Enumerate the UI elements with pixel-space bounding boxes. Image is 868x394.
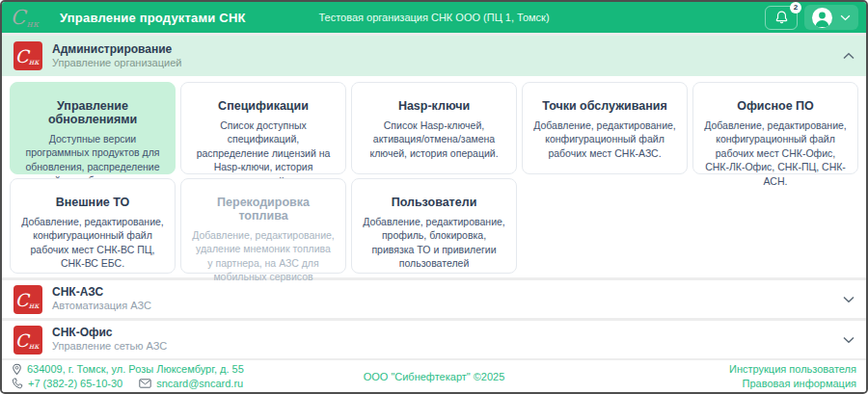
organization-name: Тестовая организация СНК ООО (ПЦ 1, Томс… [318, 12, 549, 23]
section-snk-office[interactable]: С нк СНК-Офис Управление сетью АЗС [2, 321, 866, 358]
footer-address: 634009, г. Томск, ул. Розы Люксембург, д… [27, 362, 244, 376]
footer-links: Инструкция пользователя Правовая информа… [729, 362, 856, 390]
admin-modules-grid: Управление обновлениями Доступные версии… [2, 76, 866, 277]
user-manual-link[interactable]: Инструкция пользователя [729, 362, 856, 376]
user-menu-button[interactable] [804, 5, 858, 30]
snk-red-logo-icon: С нк [14, 285, 42, 314]
svg-text:нк: нк [27, 18, 40, 29]
card-title: Точки обслуживания [533, 99, 676, 113]
svg-text:С: С [11, 6, 28, 29]
avatar [812, 8, 832, 28]
footer-email[interactable]: sncard@sncard.ru [156, 377, 243, 390]
card-title: Управление обновлениями [21, 99, 164, 126]
user-icon [812, 8, 832, 28]
card-hasp-keys[interactable]: Hasp-ключи Список Hasp-ключей, активация… [351, 82, 517, 174]
card-description: Добавление, редактирование, удаление мне… [192, 228, 335, 284]
footer-contacts: 634009, г. Томск, ул. Розы Люксембург, д… [12, 362, 244, 390]
section-azs-subtitle: Автоматизация АЗС [52, 300, 151, 313]
footer-email-wrap: sncard@sncard.ru [139, 377, 243, 390]
phone-icon [12, 378, 23, 389]
footer-copyright: ООО "Сибнефтекарт" ©2025 [364, 371, 505, 382]
snk-logo-icon: С нк [10, 4, 52, 31]
card-description: Добавление, редактирование, конфигурацио… [533, 118, 676, 160]
section-office-titles: СНК-Офис Управление сетью АЗС [52, 326, 167, 354]
footer: 634009, г. Томск, ул. Розы Люксембург, д… [2, 360, 866, 392]
section-snk-azs[interactable]: С нк СНК-АЗС Автоматизация АЗС [2, 280, 866, 318]
section-azs-titles: СНК-АЗС Автоматизация АЗС [52, 285, 151, 313]
card-title: Внешние ТО [21, 196, 164, 209]
section-office-title: СНК-Офис [52, 326, 167, 340]
footer-phone-email-line: +7 (382-2) 65-10-30 sncard@sncard.ru [12, 377, 244, 390]
footer-phone[interactable]: +7 (382-2) 65-10-30 [28, 377, 122, 390]
footer-address-line: 634009, г. Томск, ул. Розы Люксембург, д… [12, 362, 244, 376]
card-title: Hasp-ключи [363, 99, 505, 113]
card-external-to[interactable]: Внешние ТО Добавление, редактирование, к… [10, 178, 176, 274]
card-description: Добавление, редактирование, профиль, бло… [363, 215, 505, 271]
section-azs-title: СНК-АЗС [52, 285, 151, 300]
card-description: Список Hasp-ключей, активация/отмена/зам… [363, 118, 505, 160]
header-actions: 2 [765, 5, 858, 30]
card-title: Пользователи [363, 196, 505, 209]
notifications-button[interactable]: 2 [765, 6, 798, 30]
app-window: С нк Управление продуктами СНК Тестовая … [0, 0, 868, 394]
card-users[interactable]: Пользователи Добавление, редактирование,… [351, 178, 517, 274]
snk-red-logo-icon: С нк [14, 41, 42, 70]
section-administration[interactable]: С нк Администрирование Управление органи… [2, 36, 866, 76]
card-description: Добавление, редактирование, конфигурацио… [704, 118, 847, 188]
card-title: Спецификации [192, 99, 335, 113]
section-office-subtitle: Управление сетью АЗС [52, 340, 167, 354]
chevron-down-icon [840, 14, 851, 21]
section-admin-titles: Администрирование Управление организацие… [52, 42, 181, 70]
bell-icon [774, 10, 789, 25]
app-title: Управление продуктами СНК [60, 11, 246, 25]
chevron-down-icon[interactable] [843, 296, 854, 303]
top-header: С нк Управление продуктами СНК Тестовая … [2, 2, 866, 33]
svg-text:нк: нк [29, 301, 41, 310]
svg-text:нк: нк [29, 341, 41, 351]
card-office-software[interactable]: Офисное ПО Добавление, редактирование, к… [692, 82, 858, 174]
notification-count-badge: 2 [790, 2, 801, 13]
section-admin-subtitle: Управление организацией [52, 57, 181, 70]
card-update-management[interactable]: Управление обновлениями Доступные версии… [10, 82, 176, 174]
envelope-icon [139, 379, 151, 388]
legal-info-link[interactable]: Правовая информация [743, 377, 856, 390]
card-fuel-recoding: Перекодировка топлива Добавление, редакт… [180, 178, 346, 274]
card-description: Добавление, редактирование, конфигурацио… [21, 215, 164, 271]
card-title: Офисное ПО [704, 99, 847, 113]
section-admin-title: Администрирование [52, 42, 181, 57]
card-service-points[interactable]: Точки обслуживания Добавление, редактиро… [522, 82, 688, 174]
chevron-up-icon[interactable] [843, 52, 854, 60]
svg-text:нк: нк [29, 57, 41, 66]
card-title: Перекодировка топлива [192, 196, 335, 223]
location-pin-icon [12, 363, 22, 376]
card-specifications[interactable]: Спецификации Список доступных спецификац… [180, 82, 346, 174]
chevron-down-icon[interactable] [843, 336, 854, 344]
snk-red-logo-icon: С нк [14, 326, 42, 355]
